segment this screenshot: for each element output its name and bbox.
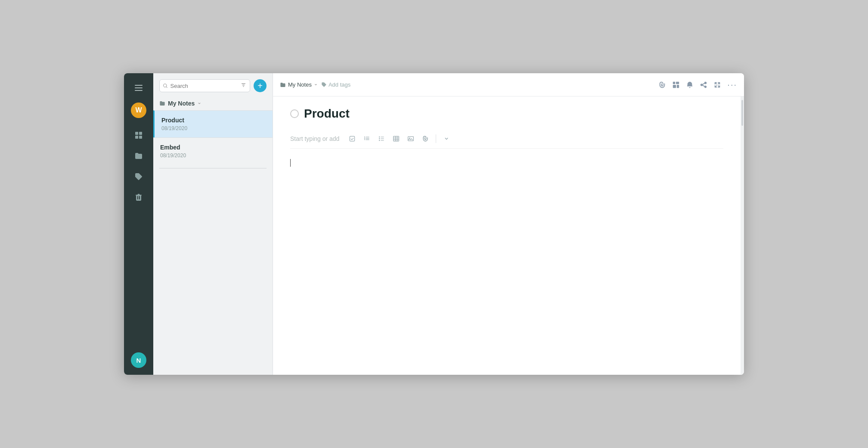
sidebar-nav: W: [124, 73, 153, 375]
note-item-product[interactable]: Product 08/19/2020: [153, 110, 273, 137]
svg-rect-15: [394, 136, 399, 141]
unordered-list-icon: [378, 135, 385, 142]
svg-rect-4: [673, 81, 675, 84]
editor-area: My Notes Add tags: [273, 73, 744, 375]
breadcrumb-folder-icon: [280, 82, 286, 88]
editor-topbar: My Notes Add tags: [273, 73, 744, 96]
more-toolbar-btn[interactable]: [440, 133, 453, 145]
unordered-list-toolbar-btn[interactable]: [375, 133, 388, 145]
breadcrumb-chevron-icon: [314, 83, 318, 87]
svg-point-12: [379, 137, 380, 137]
svg-rect-2: [135, 136, 138, 139]
svg-rect-0: [135, 132, 138, 135]
notes-divider: [159, 168, 267, 168]
app-window: W: [124, 73, 744, 375]
attachment-icon: [422, 135, 429, 142]
note-status-circle[interactable]: [290, 109, 299, 118]
search-icon: [163, 83, 168, 89]
notifications-button[interactable]: [686, 81, 694, 89]
add-tags-button[interactable]: Add tags: [321, 81, 350, 88]
add-note-button[interactable]: +: [254, 79, 267, 92]
note-title-area: Product: [290, 107, 723, 121]
svg-rect-6: [673, 85, 676, 88]
folder-name: My Notes: [168, 100, 195, 107]
sidebar-item-grid[interactable]: [130, 127, 147, 144]
svg-rect-8: [350, 136, 355, 141]
editor-content[interactable]: Product Start typing or add: [273, 96, 741, 375]
ordered-list-toolbar-btn[interactable]: 1. 2. 3.: [361, 133, 373, 145]
svg-rect-3: [139, 136, 142, 139]
svg-rect-7: [677, 85, 679, 88]
editor-body[interactable]: [290, 152, 723, 281]
note-item-embed[interactable]: Embed 08/19/2020: [153, 137, 273, 165]
svg-text:3.: 3.: [364, 138, 366, 140]
table-toolbar-btn[interactable]: [390, 133, 402, 145]
ordered-list-icon: 1. 2. 3.: [363, 135, 370, 142]
sidebar-item-trash[interactable]: [130, 189, 147, 206]
note-main-title[interactable]: Product: [304, 107, 723, 121]
hamburger-button[interactable]: [131, 80, 146, 96]
search-input[interactable]: [170, 83, 238, 89]
workspace-avatar[interactable]: W: [131, 103, 146, 118]
checkbox-toolbar-btn[interactable]: [346, 133, 358, 145]
trash-icon: [134, 193, 143, 202]
svg-point-21: [409, 137, 410, 138]
editor-placeholder: Start typing or add: [290, 135, 339, 142]
svg-point-14: [379, 140, 380, 141]
folder-header[interactable]: My Notes: [153, 96, 273, 110]
search-box[interactable]: [159, 79, 250, 92]
sidebar-item-tags[interactable]: [130, 168, 147, 185]
grid-view-button[interactable]: [672, 81, 680, 89]
toolbar-separator: [436, 134, 436, 143]
chevron-down-icon: [197, 101, 202, 106]
checkbox-icon: [349, 135, 356, 142]
expand-button[interactable]: [713, 81, 721, 89]
breadcrumb-folder-name: My Notes: [288, 81, 312, 88]
image-toolbar-btn[interactable]: [405, 133, 417, 145]
note-title: Embed: [160, 144, 266, 151]
note-title: Product: [161, 117, 266, 124]
tag-icon: [134, 172, 143, 181]
svg-point-13: [379, 138, 380, 139]
folder-nav-icon: [134, 152, 143, 160]
notes-panel-header: +: [153, 73, 273, 96]
breadcrumb[interactable]: My Notes: [280, 81, 318, 88]
svg-rect-5: [676, 81, 679, 84]
chevron-down-toolbar-icon: [443, 136, 450, 142]
add-tags-label: Add tags: [329, 81, 350, 88]
text-cursor: [290, 159, 291, 167]
more-button[interactable]: ···: [727, 80, 737, 90]
note-date: 08/19/2020: [160, 152, 266, 159]
folder-icon: [159, 100, 165, 106]
filter-icon[interactable]: [241, 82, 246, 89]
attachment-toolbar-btn[interactable]: [419, 133, 431, 145]
svg-rect-1: [139, 132, 142, 135]
share-button[interactable]: [700, 81, 707, 89]
sidebar-item-folder[interactable]: [130, 147, 147, 165]
user-avatar[interactable]: N: [131, 352, 146, 368]
grid-icon: [134, 131, 143, 140]
nav-top: W: [124, 80, 153, 208]
attachment-button[interactable]: [658, 81, 666, 89]
notes-panel: + My Notes Product 08/19/2020 Embed 08/1…: [153, 73, 273, 375]
image-icon: [407, 135, 414, 142]
scrollbar-thumb[interactable]: [741, 100, 743, 126]
editor-toolbar: Start typing or add 1. 2.: [290, 129, 723, 149]
table-icon: [393, 135, 400, 142]
nav-bottom: N: [131, 352, 146, 368]
note-date: 08/19/2020: [161, 125, 266, 131]
topbar-actions: ···: [658, 80, 737, 90]
tag-small-icon: [321, 82, 327, 87]
scrollbar[interactable]: [741, 96, 744, 375]
